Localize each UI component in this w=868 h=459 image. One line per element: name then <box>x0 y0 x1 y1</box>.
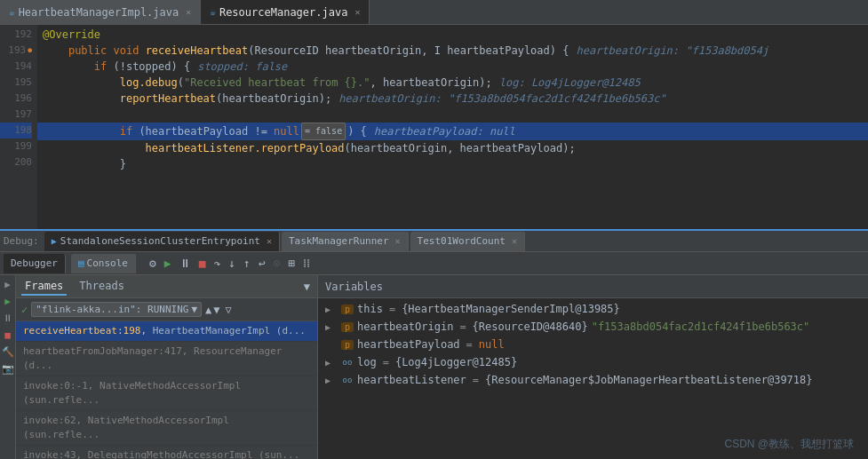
java-icon: ☕ <box>9 6 15 18</box>
frames-panel: Frames Threads ▼ ✓ "flink-akka...in": RU… <box>16 275 318 459</box>
frame-item-3[interactable]: invoke:62, NativeMethodAccessorImpl (sun… <box>16 411 317 446</box>
sidebar-camera-icon[interactable]: 📷 <box>2 363 14 375</box>
variables-header: Variables <box>318 275 868 298</box>
code-line-196: reportHeartbeat (heartbeatOrigin); heart… <box>37 91 868 107</box>
evaluate-icon[interactable]: ⊙ <box>271 256 283 271</box>
expand-heartbeatPayload <box>325 340 338 350</box>
sidebar-pause-icon[interactable]: ⏸ <box>3 313 12 324</box>
nav-down-icon[interactable]: ▼ <box>213 304 219 316</box>
code-line-193: public void receiveHeartbeat (ResourceID… <box>37 43 868 59</box>
var-log[interactable]: ▶ oo log = {Log4jLogger@12485} <box>318 353 868 371</box>
debug-main-panel: ▶ ▶ ⏸ ■ 🔨 📷 Frames Threads ▼ ✓ <box>0 275 868 459</box>
nav-arrows: ▲ ▼ <box>205 304 219 316</box>
grid-icon[interactable]: ⊞ <box>286 256 299 271</box>
frame-item-4[interactable]: invoke:43, DelegatingMethodAccessorImpl … <box>16 446 317 459</box>
frame-list: receiveHeartbeat:198, HeartbeatManagerIm… <box>16 321 317 459</box>
code-line-195: log.debug ( "Received heartbeat from {}.… <box>37 75 868 91</box>
var-icon-p: p <box>341 305 354 314</box>
editor-tab-bar: ☕ HeartbeatManagerImpl.java ✕ ☕ Resource… <box>0 0 868 25</box>
tab-debugger[interactable]: Debugger <box>4 254 66 273</box>
frame-item-1[interactable]: heartbeatFromJobManager:417, ResourceMan… <box>16 342 317 376</box>
tab-heartbeat[interactable]: ☕ HeartbeatManagerImpl.java ✕ <box>0 0 201 24</box>
var-list: ▶ p this = {HeartbeatManagerSenderImpl@1… <box>318 298 868 459</box>
step-over-icon[interactable]: ↷ <box>211 256 223 271</box>
thread-dropdown[interactable]: "flink-akka...in": RUNNING ▼ <box>31 302 202 317</box>
stop-icon[interactable]: ■ <box>196 256 209 271</box>
debug-session-tabs: Debug: ▶ StandaloneSessionClusterEntrypo… <box>0 229 868 252</box>
var-icon-p3: p <box>341 340 354 350</box>
frame-item-2[interactable]: invoke:0:-1, NativeMethodAccessorImpl (s… <box>16 376 317 411</box>
debug-session-wordcount[interactable]: Test01WordCount ✕ <box>410 232 525 251</box>
code-line-198: if (heartbeatPayload != null = false ) {… <box>37 123 868 140</box>
left-sidebar: ▶ ▶ ⏸ ■ 🔨 📷 <box>0 275 16 459</box>
debug-session-taskmanager[interactable]: TaskManagerRunner ✕ <box>282 232 409 251</box>
code-line-199: heartbeatListener.reportPayload (heartbe… <box>37 140 868 156</box>
thread-selector: ✓ "flink-akka...in": RUNNING ▼ ▲ ▼ ▽ <box>16 298 317 321</box>
code-line-194: if (!stopped) { stopped: false <box>37 59 868 75</box>
pause-icon[interactable]: ⏸ <box>177 256 194 271</box>
variables-panel: Variables ▶ p this = {HeartbeatManagerSe… <box>318 275 868 459</box>
close-tab-0[interactable]: ✕ <box>186 7 191 17</box>
inline-value-badge: = false <box>301 123 346 140</box>
tab-console[interactable]: ▤ Console <box>71 254 136 273</box>
close-tab-1[interactable]: ✕ <box>354 7 360 17</box>
close-session-0[interactable]: ✕ <box>267 236 272 246</box>
step-into-icon[interactable]: ↓ <box>226 256 238 271</box>
more-icon[interactable]: ⁞⁞ <box>300 256 313 271</box>
code-lines: @Override public void receiveHeartbeat (… <box>37 25 868 229</box>
tab-frames[interactable]: Frames <box>21 278 67 296</box>
sidebar-run-icon[interactable]: ▶ <box>4 279 11 290</box>
tab-resourcemanager[interactable]: ☕ ResourceManager.java ✕ <box>201 0 370 24</box>
close-session-2[interactable]: ✕ <box>512 236 517 246</box>
dropdown-arrow: ▼ <box>191 304 197 315</box>
console-icon: ▤ <box>78 257 84 269</box>
session-icon: ▶ <box>52 236 57 246</box>
sidebar-stop-icon[interactable]: ■ <box>4 329 11 341</box>
code-line-192: @Override <box>37 27 868 43</box>
frames-tabs: Frames Threads <box>21 278 128 296</box>
expand-heartbeatListener[interactable]: ▶ <box>325 376 338 385</box>
var-icon-oo1: oo <box>341 358 354 367</box>
app-window: ☕ HeartbeatManagerImpl.java ✕ ☕ Resource… <box>0 0 868 459</box>
debug-label: Debug: <box>4 235 39 247</box>
thread-check-icon: ✓ <box>21 304 28 316</box>
var-heartbeatPayload: p heartbeatPayload = null <box>318 336 868 353</box>
sidebar-build-icon[interactable]: 🔨 <box>2 346 14 358</box>
code-line-197 <box>37 107 868 123</box>
run-to-cursor-icon[interactable]: ↩ <box>256 256 268 271</box>
sidebar-debug-icon[interactable]: ▶ <box>4 296 11 307</box>
frame-item-0[interactable]: receiveHeartbeat:198, HeartbeatManagerIm… <box>16 321 317 342</box>
var-heartbeatListener[interactable]: ▶ oo heartbeatListener = {ResourceManage… <box>318 371 868 389</box>
frames-toolbar-icons: ▼ <box>302 279 312 295</box>
java-icon-2: ☕ <box>210 6 216 18</box>
step-out-icon[interactable]: ↑ <box>241 256 253 271</box>
frames-toolbar: Frames Threads ▼ <box>16 275 317 298</box>
code-line-200: } <box>37 156 868 172</box>
var-this[interactable]: ▶ p this = {HeartbeatManagerSenderImpl@1… <box>318 300 868 318</box>
watermark: CSDN @教练、我想打篮球 <box>724 437 854 452</box>
close-session-1[interactable]: ✕ <box>395 236 401 246</box>
expand-log[interactable]: ▶ <box>325 358 338 368</box>
var-heartbeatOrigin[interactable]: ▶ p heartbeatOrigin = {ResourceID@48640}… <box>318 318 868 336</box>
expand-this[interactable]: ▶ <box>325 305 338 314</box>
debug-session-standalone[interactable]: ▶ StandaloneSessionClusterEntrypoint ✕ <box>44 232 280 251</box>
filter-icon[interactable]: ▼ <box>302 279 312 295</box>
filter-frames-icon[interactable]: ▽ <box>224 302 234 318</box>
nav-up-icon[interactable]: ▲ <box>205 304 211 316</box>
resume-icon[interactable]: ▶ <box>162 256 174 271</box>
var-icon-oo2: oo <box>341 376 354 384</box>
expand-heartbeatOrigin[interactable]: ▶ <box>325 322 338 332</box>
settings-icon[interactable]: ⚙ <box>147 256 159 271</box>
line-numbers: 192 193● 194 195 196 197 198 199 200 <box>0 25 37 229</box>
tab-threads[interactable]: Threads <box>76 278 128 296</box>
var-icon-p2: p <box>341 322 354 332</box>
code-editor: 192 193● 194 195 196 197 198 199 200 @Ov… <box>0 25 868 229</box>
